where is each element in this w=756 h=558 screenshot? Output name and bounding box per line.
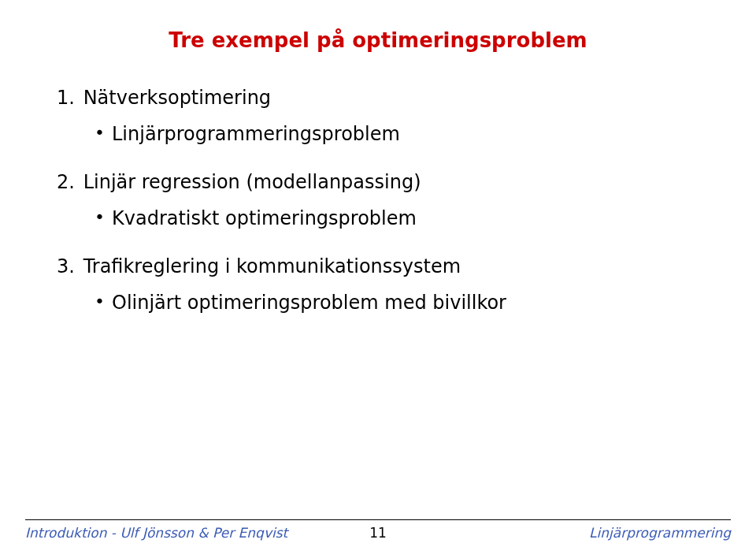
footer-right: Linjärprogrammering [589,525,731,541]
slide-title: Tre exempel på optimeringsproblem [47,28,709,52]
footer-left: Introduktion - Ulf Jönsson & Per Enqvist [25,525,287,541]
sub-list: Kvadratiskt optimeringsproblem [94,206,709,231]
item-number: 3. [57,254,77,279]
list-item: 1. Nätverksoptimering Linjärprogrammerin… [57,85,709,147]
slide: Tre exempel på optimeringsproblem 1. Nät… [0,0,756,558]
item-text: Trafikreglering i kommunikationssystem [83,255,461,277]
item-number: 1. [57,85,77,110]
item-text: Nätverksoptimering [83,87,271,109]
item-text: Linjär regression (modellanpassing) [83,171,421,193]
sub-item: Linjärprogrammeringsproblem [94,121,709,147]
sub-item: Kvadratiskt optimeringsproblem [94,206,709,231]
sub-item: Olinjärt optimeringsproblem med bivillko… [94,290,709,315]
footer-page-number: 11 [369,525,387,541]
list-item: 3. Trafikreglering i kommunikationssyste… [57,254,709,316]
sub-list: Linjärprogrammeringsproblem [94,121,709,147]
list-item: 2. Linjär regression (modellanpassing) K… [57,169,709,232]
footer: Introduktion - Ulf Jönsson & Per Enqvist… [25,519,731,541]
main-list: 1. Nätverksoptimering Linjärprogrammerin… [57,85,709,315]
item-number: 2. [57,169,77,195]
sub-list: Olinjärt optimeringsproblem med bivillko… [94,290,709,315]
